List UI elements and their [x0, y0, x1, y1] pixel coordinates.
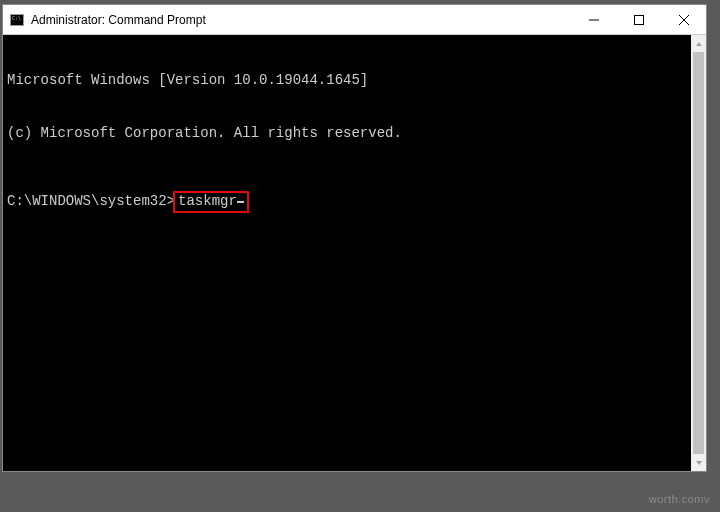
prompt-line: C:\WINDOWS\system32>taskmgr [7, 191, 702, 213]
window-title: Administrator: Command Prompt [31, 13, 571, 27]
titlebar[interactable]: Administrator: Command Prompt [3, 5, 706, 35]
maximize-button[interactable] [616, 5, 661, 34]
scroll-down-icon[interactable] [691, 454, 706, 471]
command-prompt-window: Administrator: Command Prompt Microsoft … [2, 4, 707, 472]
cmd-icon [9, 12, 25, 28]
watermark-text: worth.comv [649, 493, 710, 505]
vertical-scrollbar[interactable] [691, 35, 706, 471]
svg-rect-1 [634, 15, 643, 24]
scroll-thumb[interactable] [693, 52, 704, 454]
typed-command: taskmgr [178, 193, 237, 211]
minimize-button[interactable] [571, 5, 616, 34]
terminal-area[interactable]: Microsoft Windows [Version 10.0.19044.16… [3, 35, 706, 471]
close-button[interactable] [661, 5, 706, 34]
copyright-line: (c) Microsoft Corporation. All rights re… [7, 125, 702, 143]
version-line: Microsoft Windows [Version 10.0.19044.16… [7, 72, 702, 90]
scroll-up-icon[interactable] [691, 35, 706, 52]
command-highlight: taskmgr [173, 191, 249, 213]
cursor [237, 201, 244, 203]
prompt-path: C:\WINDOWS\system32> [7, 193, 175, 211]
window-controls [571, 5, 706, 34]
